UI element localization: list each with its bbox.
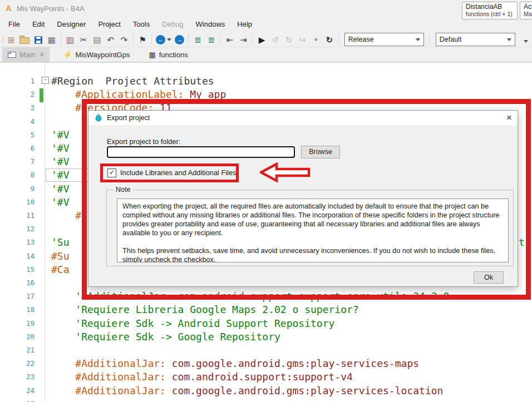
note-groupbox: Note When exporting the project, all the… [106,190,514,266]
b4a-logo-icon: A [6,3,12,13]
quick-panel-distanciaab[interactable]: DistanciaAB functions (ctrl + 1) [462,2,518,19]
tab-main[interactable]: Main× [2,47,50,62]
menu-file[interactable]: File [2,17,26,32]
tab-functions[interactable]: ▦functions [143,47,193,62]
line-number: 12 [0,225,35,233]
toolbar-grip: ⋮ [0,36,4,43]
step-out-icon[interactable]: ↪ [295,33,309,47]
navigate-forward-icon[interactable]: → [175,35,184,44]
tab-label: functions [159,51,188,59]
window-title: Mis WayPoints - B4A [17,4,85,13]
line-number: 19 [0,319,35,327]
grid-icon: ▦ [149,51,155,59]
quick-panel-activity[interactable]: Act Mai [520,2,532,19]
shift-right-icon[interactable]: ⇥ [237,33,250,47]
redo-icon[interactable]: ↷ [117,33,131,47]
toolbar-overflow-button[interactable] [519,33,532,47]
code-segment: #Ve [51,210,93,221]
navigate-back-icon[interactable]: ← [156,35,171,44]
line-number: 23 [0,373,35,381]
tab-close-icon[interactable]: × [40,50,44,59]
paste-icon[interactable]: ▤ [90,33,104,47]
toolbar-overflow-icon [524,40,528,43]
menu-edit[interactable]: Edit [26,17,51,32]
menu-designer[interactable]: Designer [51,17,92,32]
line-number: 11 [0,211,35,220]
code-segment: #ApplicationLabel: [51,88,184,100]
build-configuration-select-value: Release [348,36,374,43]
restart-icon[interactable]: ↻ [323,33,336,47]
line-number: 3 [0,103,35,112]
line-number: 17 [0,292,35,300]
line-number: 22 [0,359,35,368]
note-groupbox-title: Note [114,186,132,193]
code-line: '#V [51,142,70,155]
build-configuration-select[interactable]: Release [344,33,424,46]
copy-icon[interactable]: ▥ [63,33,77,47]
tab-label: MisWaypointGps [76,51,130,59]
step-into-icon[interactable]: ↻ [282,33,295,47]
include-libraries-checkbox[interactable]: ✓ [107,168,116,177]
code-line: '#AdditionalJar: com.android.support:sup… [51,290,449,303]
run-icon[interactable]: ▶ [255,33,268,47]
line-number: 25 [0,400,35,402]
code-segment: #AdditionalJar: [51,385,166,396]
menu-windows[interactable]: Windows [190,17,231,32]
menu-bar: FileEditDesignerProjectToolsDebugWindows… [0,17,532,32]
tab-miswaypointgps[interactable]: ⚡MisWaypointGps [57,47,135,62]
new-project-icon[interactable]: ⊞ [4,33,18,47]
quick-panel-subtitle: Mai [524,11,532,17]
stop-icon[interactable]: ■ [309,33,322,47]
indent-lines-icon[interactable]: ≣ [191,33,204,47]
open-project-icon[interactable] [18,33,31,47]
bookmark-icon[interactable]: ⚑ [136,33,149,47]
menu-tools[interactable]: Tools [127,17,156,32]
combo-arrow-icon [507,38,511,41]
ok-button[interactable]: Ok [474,271,504,284]
toolbar-separator [151,34,152,44]
dialog-title: Export project [107,111,150,125]
code-line: '#V [51,128,70,142]
form-icon [8,52,16,58]
b4a-window: A Mis WayPoints - B4A DistanciaAB functi… [0,0,532,402]
code-segment: '#V [51,169,70,181]
dialog-title-bar[interactable]: Export project × [88,111,518,125]
modules-icon[interactable]: ▦ [45,33,58,47]
toolbar-separator [188,34,189,44]
toolbar-separator [61,34,61,44]
code-line: '#V [51,196,70,209]
cut-icon[interactable]: ✂ [77,33,90,47]
menu-help[interactable]: Help [231,17,258,32]
quick-panel-title: Act [524,3,532,11]
filter-select[interactable]: Default [436,33,515,46]
outdent-lines-icon[interactable]: ≣ [205,33,218,47]
export-folder-input[interactable] [107,146,295,158]
code-segment: '#V [51,196,70,208]
folder-shape [19,37,29,44]
browse-button[interactable]: Browse [301,146,340,158]
code-segment: '#AdditionalJar: com.android.support:sup… [51,290,449,302]
code-segment: '#V [51,142,70,154]
note-paragraph: When exporting the project, all the requ… [122,202,503,237]
dropdown-caret-icon[interactable] [167,38,171,41]
code-segment: com.google.android.gms:play-services-loc… [166,385,444,396]
save-icon[interactable] [32,33,45,47]
close-icon[interactable]: × [506,113,512,123]
shift-left-icon[interactable]: ⇤ [223,33,237,47]
code-segment: #Su [51,250,70,262]
fold-toggle-icon[interactable]: − [42,77,49,84]
code-line: '#V [51,168,70,182]
code-segment: #AdditionalJar: [51,371,166,383]
undo-icon[interactable]: ↶ [104,33,117,47]
step-over-icon[interactable]: ↺ [269,33,282,47]
line-number: 10 [0,198,35,206]
filter-select-value: Default [440,36,462,43]
menu-project[interactable]: Project [92,17,126,32]
line-number: 5 [0,131,35,139]
code-segment: #AdditionalJar: [51,358,166,369]
toolbar-separator [220,34,221,44]
floppy-shape [35,36,42,44]
menu-debug[interactable]: Debug [156,17,189,32]
navigate-forward-icon-circle: → [175,35,184,44]
lightning-icon: ⚡ [63,51,72,59]
